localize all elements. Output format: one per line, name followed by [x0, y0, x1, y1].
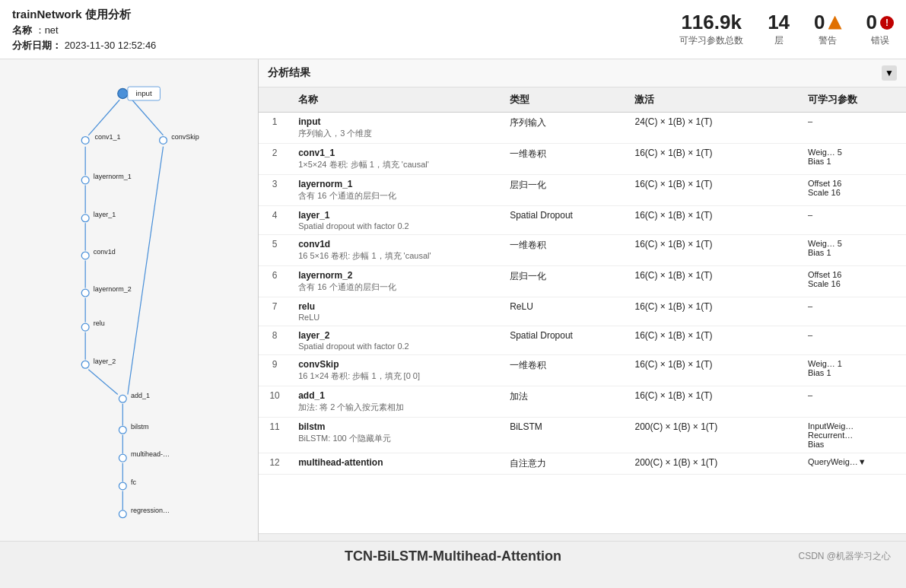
layers-table: 名称 类型 激活 可学习参数 1input序列输入，3 个维度序列输入24(C)… [259, 87, 906, 475]
network-graph-panel: input conv1_1 convSkip layernorm_1 layer… [0, 59, 259, 541]
row-type: 层归一化 [502, 175, 627, 206]
node-regression-label: regression… [131, 507, 170, 514]
node-multihead-dot[interactable] [119, 454, 126, 462]
row-name: input序列输入，3 个维度 [291, 113, 502, 144]
row-activation: 200(C) × 1(B) × 1(T) [627, 418, 800, 453]
row-num: 7 [259, 297, 291, 326]
row-activation: 16(C) × 1(B) × 1(T) [627, 355, 800, 386]
row-params: Weig… 5Bias 1 [800, 144, 906, 175]
node-conv1d-dot[interactable] [81, 252, 89, 259]
row-name: multihead-attention [291, 453, 502, 475]
svg-line-0 [88, 100, 119, 135]
row-type: 一维卷积 [502, 144, 627, 175]
row-num: 9 [259, 355, 291, 386]
node-layer_2-label: layer_2 [94, 358, 116, 365]
row-params: – [800, 386, 906, 418]
row-name-sub: 含有 16 个通道的层归一化 [298, 281, 494, 293]
row-name: reluReLU [291, 297, 502, 326]
table-row: 11bilstmBiLSTM: 100 个隐藏单元BiLSTM200(C) × … [259, 418, 906, 453]
row-num: 3 [259, 175, 291, 206]
row-activation: 200(C) × 1(B) × 1(T) [627, 453, 800, 475]
row-name-main: conv1d [298, 239, 494, 250]
panel-collapse-button[interactable]: ▼ [882, 65, 897, 81]
row-name-sub: Spatial dropout with factor 0.2 [298, 221, 494, 230]
stat-params: 116.9k 可学习参数总数 [679, 11, 743, 47]
row-name-sub: 含有 16 个通道的层归一化 [298, 190, 494, 202]
col-name: 名称 [291, 87, 502, 113]
row-params: QueryWeig…▼ [800, 453, 906, 475]
table-row: 2conv1_11×5×24 卷积: 步幅 1，填充 'causal'一维卷积1… [259, 144, 906, 175]
col-params: 可学习参数 [800, 87, 906, 113]
network-svg: input conv1_1 convSkip layernorm_1 layer… [0, 59, 258, 541]
node-conv1_1-label: conv1_1 [94, 133, 120, 141]
table-row: 5conv1d16 5×16 卷积: 步幅 1，填充 'causal'一维卷积1… [259, 235, 906, 266]
table-row: 3layernorm_1含有 16 个通道的层归一化层归一化16(C) × 1(… [259, 175, 906, 206]
node-multihead-label: multihead-… [131, 450, 170, 458]
table-horizontal-scrollbar[interactable] [259, 533, 906, 541]
panel-header: 分析结果 ▼ [259, 59, 906, 87]
analysis-results-panel: 分析结果 ▼ 名称 类型 激活 可学习参数 1input序列输入，3 个维度序列… [259, 59, 906, 541]
row-num: 10 [259, 386, 291, 418]
node-fc-dot[interactable] [119, 482, 126, 490]
row-params: – [800, 113, 906, 144]
row-name-main: conv1_1 [298, 148, 494, 158]
results-table[interactable]: 名称 类型 激活 可学习参数 1input序列输入，3 个维度序列输入24(C)… [259, 87, 906, 533]
svg-line-8 [88, 370, 117, 395]
row-num: 2 [259, 144, 291, 175]
node-add_1-label: add_1 [131, 392, 150, 399]
row-name-main: add_1 [298, 390, 494, 401]
warnings-value: 0 [814, 11, 825, 34]
row-name-main: layer_1 [298, 210, 494, 221]
svg-line-9 [128, 147, 164, 395]
row-name-sub: 16 5×16 卷积: 步幅 1，填充 'causal' [298, 250, 494, 262]
node-convSkip-dot[interactable] [160, 137, 167, 145]
node-input-text: input [136, 89, 153, 97]
row-num: 5 [259, 235, 291, 266]
row-name-main: multihead-attention [298, 457, 494, 468]
node-convSkip-label: convSkip [171, 133, 199, 141]
layers-value: 14 [768, 11, 790, 34]
row-name-sub: 加法: 将 2 个输入按元素相加 [298, 402, 494, 413]
node-layernorm_1-dot[interactable] [81, 176, 89, 184]
node-conv1_1-dot[interactable] [81, 137, 89, 145]
node-layer_1-dot[interactable] [81, 215, 89, 222]
svg-line-1 [132, 100, 164, 135]
row-params: Offset 16Scale 16 [800, 175, 906, 206]
table-row: 1input序列输入，3 个维度序列输入24(C) × 1(B) × 1(T)– [259, 113, 906, 144]
node-layer_2-dot[interactable] [81, 361, 89, 368]
node-layernorm_2-dot[interactable] [81, 289, 89, 297]
col-num [259, 87, 291, 113]
row-params: InputWeig…Recurrent…Bias [800, 418, 906, 453]
errors-label: 错误 [866, 34, 894, 47]
row-activation: 24(C) × 1(B) × 1(T) [627, 113, 800, 144]
row-name: layernorm_1含有 16 个通道的层归一化 [291, 175, 502, 206]
bottom-credit: CSDN @机器学习之心 [798, 550, 891, 563]
node-input[interactable] [118, 88, 128, 98]
row-name: add_1加法: 将 2 个输入按元素相加 [291, 386, 502, 418]
panel-title: 分析结果 [268, 66, 310, 80]
row-type: 自注意力 [502, 453, 627, 475]
node-bilstm-dot[interactable] [119, 426, 126, 434]
stat-warnings: 0 警告 [814, 11, 841, 47]
row-name-sub: 1×5×24 卷积: 步幅 1，填充 'causal' [298, 159, 494, 170]
node-relu-dot[interactable] [81, 323, 89, 331]
row-activation: 16(C) × 1(B) × 1(T) [627, 144, 800, 175]
node-layer_1-label: layer_1 [94, 211, 116, 218]
bottom-bar: TCN-BiLSTM-Multihead-Attention CSDN @机器学… [0, 541, 906, 571]
row-params: Offset 16Scale 16 [800, 266, 906, 297]
row-type: 加法 [502, 386, 627, 418]
node-regression-dot[interactable] [119, 510, 126, 518]
row-params: Weig… 5Bias 1 [800, 235, 906, 266]
row-name-main: convSkip [298, 359, 494, 370]
row-name-main: input [298, 116, 494, 127]
warning-icon [828, 16, 842, 30]
table-row: 6layernorm_2含有 16 个通道的层归一化层归一化16(C) × 1(… [259, 266, 906, 297]
error-icon: ! [880, 16, 894, 30]
table-row: 10add_1加法: 将 2 个输入按元素相加加法16(C) × 1(B) × … [259, 386, 906, 418]
col-type: 类型 [502, 87, 627, 113]
table-row: 4layer_1Spatial dropout with factor 0.2S… [259, 206, 906, 235]
node-add_1-dot[interactable] [119, 395, 126, 402]
header-left: trainNetwork 使用分析 名称 ：net 分析日期： 2023-11-… [12, 8, 156, 52]
row-name: convSkip16 1×24 卷积: 步幅 1，填充 [0 0] [291, 355, 502, 386]
row-name-sub: BiLSTM: 100 个隐藏单元 [298, 433, 494, 444]
